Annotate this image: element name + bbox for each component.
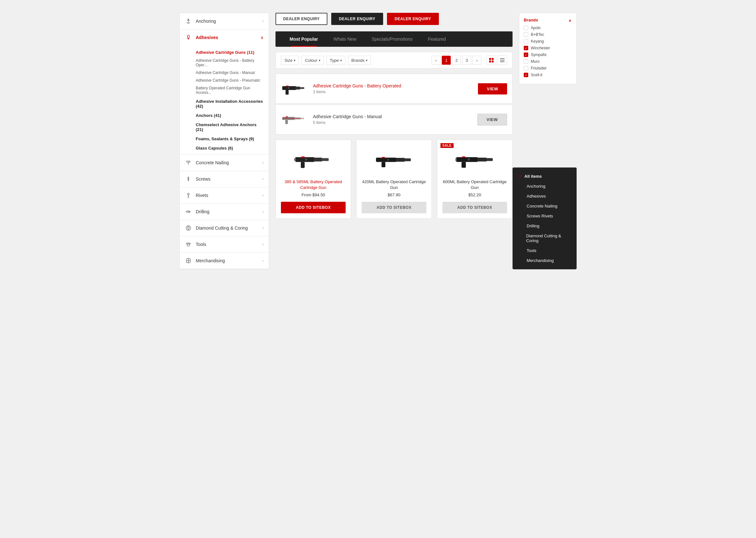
- sidebar-item-anchoring[interactable]: Anchoring ›: [180, 13, 269, 29]
- category-dropdown-concrete-nailing[interactable]: Concrete Nailing: [513, 201, 577, 211]
- svg-rect-57: [486, 158, 493, 161]
- brand-item-scell-it[interactable]: ✓ Scell-it: [524, 73, 572, 77]
- sidebar-item-tools[interactable]: Tools ›: [180, 236, 269, 253]
- brands-header[interactable]: Brands ▲: [524, 18, 572, 23]
- svg-rect-49: [376, 158, 397, 162]
- product-card-img-385ml: [291, 146, 336, 175]
- submenu-child-battery-access[interactable]: Battery Operated Cartridge Gun Access...: [180, 84, 269, 96]
- pagination-page-3[interactable]: 3: [462, 56, 471, 65]
- svg-rect-23: [489, 58, 491, 60]
- brand-checkbox-sympafix[interactable]: ✓: [524, 53, 528, 57]
- brand-item-apolo[interactable]: Apolo: [524, 26, 572, 30]
- svg-rect-56: [477, 158, 487, 161]
- category-dropdown-screws-rivets[interactable]: Screws Rivets: [513, 211, 577, 221]
- pagination-page-1[interactable]: 1: [442, 56, 451, 65]
- svg-rect-25: [489, 61, 491, 62]
- category-dropdown-anchoring[interactable]: Anchoring: [513, 181, 577, 191]
- brand-checkbox-keyang[interactable]: [524, 39, 528, 43]
- category-dropdown-merchandising[interactable]: Merchandising: [513, 255, 577, 265]
- brand-label-sympafix: Sympafix: [531, 53, 547, 57]
- pagination-next[interactable]: ›: [472, 56, 481, 65]
- submenu-child-manual[interactable]: Adhesive Cartridge Guns - Manual: [180, 69, 269, 77]
- pagination-prev[interactable]: ‹: [431, 56, 441, 65]
- brands-filter[interactable]: Brands ▾: [348, 56, 371, 65]
- list-view-button[interactable]: [498, 55, 507, 65]
- colour-filter-label: Colour: [305, 58, 317, 63]
- add-sitebox-600ml-button[interactable]: ADD TO SITEBOX: [442, 202, 507, 213]
- svg-rect-50: [396, 158, 405, 162]
- sidebar-item-merchandising-label: Merchandising: [196, 258, 262, 263]
- add-sitebox-385ml-button[interactable]: ADD TO SITEBOX: [281, 202, 346, 213]
- submenu-group-cartridge-guns-title: Adhesive Cartridge Guns (11): [196, 50, 264, 55]
- brand-item-keyang[interactable]: Keyang: [524, 39, 572, 43]
- brand-label-muro: Muro: [531, 59, 539, 64]
- submenu-group-glass[interactable]: Glass Capsules (6): [180, 143, 269, 152]
- brand-label-apolo: Apolo: [531, 26, 541, 30]
- category-dropdown-all-items[interactable]: ✓ All items: [513, 171, 577, 181]
- brand-item-bbtec[interactable]: B+BTec: [524, 32, 572, 37]
- brand-item-winchester[interactable]: ✓ Winchester: [524, 46, 572, 50]
- submenu-group-foams-title: Foams, Sealants & Sprays (9): [196, 136, 264, 141]
- svg-rect-40: [286, 116, 288, 117]
- sidebar-item-screws[interactable]: Screws ›: [180, 171, 269, 188]
- brand-item-friulsider[interactable]: Friulsider: [524, 66, 572, 71]
- sidebar-item-rivets[interactable]: Rivets ›: [180, 188, 269, 204]
- tab-specials-promotions[interactable]: Specials/Promotions: [364, 31, 420, 47]
- add-sitebox-420ml-button[interactable]: ADD TO SITEBOX: [362, 202, 426, 213]
- view-manual-button[interactable]: VIEW: [477, 114, 507, 126]
- adhesive-icon: [185, 34, 192, 41]
- category-dropdown-adhesives[interactable]: Adhesives: [513, 191, 577, 201]
- sidebar-item-diamond-cutting[interactable]: Diamond Cutting & Coring ›: [180, 220, 269, 236]
- product-card-img-600ml: [452, 146, 497, 175]
- size-filter[interactable]: Size ▾: [281, 56, 299, 65]
- dealer-enquiry-dark-button[interactable]: DEALER ENQUIRY: [331, 13, 383, 25]
- category-dropdown-screws-rivets-label: Screws Rivets: [527, 214, 553, 218]
- brand-checkbox-friulsider[interactable]: [524, 66, 528, 71]
- tab-most-popular[interactable]: Most Popular: [282, 31, 326, 47]
- brand-item-sympafix[interactable]: ✓ Sympafix: [524, 53, 572, 57]
- chevron-right-icon-5: ›: [262, 209, 264, 214]
- category-dropdown-diamond-cutting[interactable]: Diamond Cutting & Coring: [513, 231, 577, 245]
- svg-point-54: [387, 159, 389, 161]
- view-battery-operated-button[interactable]: VIEW: [478, 83, 507, 94]
- brand-checkbox-bbtec[interactable]: [524, 32, 528, 37]
- brand-item-muro[interactable]: Muro: [524, 59, 572, 64]
- svg-rect-27: [500, 58, 505, 59]
- svg-marker-17: [187, 226, 189, 230]
- svg-point-35: [288, 87, 290, 89]
- category-dropdown-concrete-nailing-label: Concrete Nailing: [527, 204, 557, 208]
- submenu-group-foams[interactable]: Foams, Sealants & Sprays (9): [180, 134, 269, 143]
- dealer-enquiry-outline-button[interactable]: DEALER ENQUIRY: [276, 13, 327, 25]
- brands-filter-arrow: ▾: [366, 59, 367, 62]
- brand-checkbox-winchester[interactable]: ✓: [524, 46, 528, 50]
- dealer-enquiry-red-button[interactable]: DEALER ENQUIRY: [387, 13, 439, 25]
- submenu-child-pneumatic[interactable]: Adhesive Cartridge Guns - Pneumatic: [180, 77, 269, 84]
- type-filter[interactable]: Type ▾: [326, 56, 345, 65]
- brand-label-scell-it: Scell-it: [531, 73, 542, 77]
- chevron-down-icon: ∨: [260, 35, 264, 40]
- tab-featured[interactable]: Featured: [420, 31, 454, 47]
- category-dropdown-tools[interactable]: Tools: [513, 245, 577, 255]
- category-dropdown-drilling[interactable]: Drilling: [513, 221, 577, 231]
- submenu-group-install-acc[interactable]: Adhesive Installation Accessories (42): [180, 96, 269, 111]
- sidebar-item-adhesives[interactable]: Adhesives ∨: [180, 29, 269, 45]
- sidebar-item-merchandising[interactable]: Merchandising ›: [180, 253, 269, 269]
- brand-checkbox-scell-it[interactable]: ✓: [524, 73, 528, 77]
- submenu-group-anchors[interactable]: Anchors (41): [180, 111, 269, 120]
- category-dropdown-drilling-label: Drilling: [527, 224, 539, 228]
- tab-whats-new[interactable]: Whats New: [326, 31, 364, 47]
- pagination: ‹ 1 2 3 ›: [431, 56, 481, 65]
- submenu-child-battery-oper[interactable]: Adhesive Cartridge Guns - Battery Oper..…: [180, 57, 269, 69]
- brand-checkbox-apolo[interactable]: [524, 26, 528, 30]
- brand-checkbox-muro[interactable]: [524, 59, 528, 64]
- sidebar-item-concrete-nailing[interactable]: Concrete Nailing ›: [180, 155, 269, 171]
- merch-icon: [185, 257, 192, 264]
- colour-filter[interactable]: Colour ▾: [301, 56, 324, 65]
- product-list-count-battery-operated: 3 Items: [313, 90, 471, 94]
- pagination-page-2[interactable]: 2: [452, 56, 461, 65]
- submenu-group-cartridge-guns[interactable]: Adhesive Cartridge Guns (11): [180, 47, 269, 57]
- submenu-group-anchors-title: Anchors (41): [196, 113, 264, 118]
- sidebar-item-drilling[interactable]: Drilling ›: [180, 204, 269, 220]
- submenu-group-chemselect[interactable]: Chemselect Adhesive Anchors (21): [180, 120, 269, 134]
- grid-view-button[interactable]: [487, 55, 496, 65]
